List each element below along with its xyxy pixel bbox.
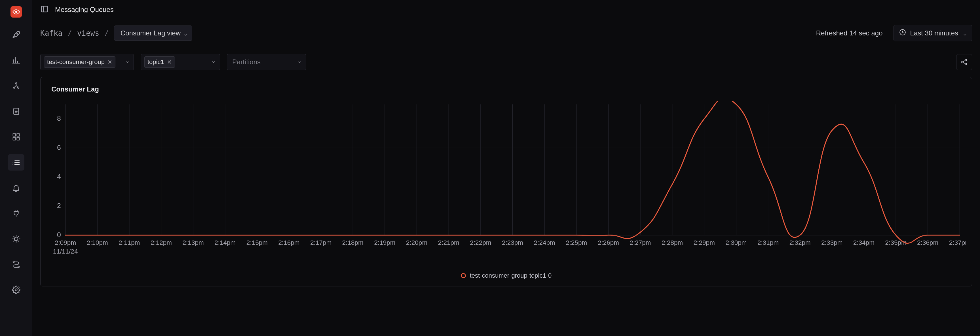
sidebar-item-metrics[interactable]: [8, 52, 24, 68]
remove-tag-icon[interactable]: ✕: [167, 59, 172, 65]
consumer-group-filter[interactable]: test-consumer-group ✕: [40, 54, 134, 70]
product-logo[interactable]: [11, 6, 22, 17]
svg-text:2:10pm: 2:10pm: [87, 239, 108, 246]
chevron-down-icon: [298, 60, 302, 64]
route-icon: [12, 260, 21, 269]
sidebar-item-integrations[interactable]: [8, 205, 24, 222]
refresh-status: Refreshed 14 sec ago: [816, 29, 883, 37]
svg-text:2:13pm: 2:13pm: [183, 239, 204, 246]
svg-text:2:22pm: 2:22pm: [470, 239, 491, 246]
svg-rect-14: [41, 6, 48, 12]
sidebar-item-exceptions[interactable]: [8, 231, 24, 247]
sidebar-item-messaging-queues[interactable]: [8, 154, 24, 171]
svg-point-1: [16, 33, 18, 34]
list-icon: [12, 158, 21, 166]
svg-text:2:23pm: 2:23pm: [502, 239, 523, 246]
svg-text:2:25pm: 2:25pm: [566, 239, 587, 246]
remove-tag-icon[interactable]: ✕: [107, 59, 112, 65]
panel-left-icon: [40, 5, 49, 13]
sidebar-item-get-started[interactable]: [8, 27, 24, 43]
bug-icon: [12, 235, 21, 243]
svg-point-16: [965, 59, 967, 61]
svg-text:2:33pm: 2:33pm: [821, 239, 842, 246]
sidebar-item-service-map[interactable]: [8, 256, 24, 273]
svg-point-10: [14, 237, 18, 241]
legend-label: test-consumer-group-topic1-0: [470, 272, 552, 279]
subheader: Kafka / views / Consumer Lag view Refres…: [32, 19, 980, 47]
scroll-icon: [12, 107, 21, 116]
view-selector-label: Consumer Lag view: [121, 29, 181, 37]
breadcrumb: Kafka / views /: [40, 29, 109, 37]
breadcrumb-sep: /: [104, 29, 109, 37]
svg-text:2:14pm: 2:14pm: [215, 239, 235, 246]
bell-icon: [12, 184, 21, 192]
filter-tag-label: test-consumer-group: [47, 59, 105, 66]
partition-placeholder: Partitions: [231, 58, 261, 66]
sidebar-item-traces[interactable]: [8, 78, 24, 94]
svg-text:11/11/24: 11/11/24: [53, 248, 78, 255]
page-title: Messaging Queues: [55, 6, 114, 14]
svg-point-13: [15, 289, 17, 291]
chevron-down-icon: [963, 31, 967, 35]
svg-text:2: 2: [57, 202, 61, 209]
topic-filter[interactable]: topic1 ✕: [141, 54, 220, 70]
view-selector[interactable]: Consumer Lag view: [114, 25, 192, 41]
svg-text:2:20pm: 2:20pm: [406, 239, 427, 246]
chart-legend: test-consumer-group-topic1-0: [46, 272, 966, 279]
rocket-icon: [12, 30, 21, 39]
plug-icon: [12, 209, 21, 217]
sidebar-item-settings[interactable]: [8, 282, 24, 298]
svg-point-17: [962, 61, 963, 63]
timerange-selector[interactable]: Last 30 minutes: [894, 25, 972, 41]
svg-rect-7: [17, 134, 19, 136]
svg-text:8: 8: [57, 114, 61, 122]
chart-panel: Consumer Lag 024682:09pm2:10pm2:11pm2:12…: [40, 77, 972, 287]
svg-text:2:16pm: 2:16pm: [278, 239, 300, 246]
menu-toggle[interactable]: [40, 5, 49, 14]
chart-area: 024682:09pm2:10pm2:11pm2:12pm2:13pm2:14p…: [46, 101, 966, 261]
svg-text:4: 4: [57, 173, 61, 181]
svg-text:2:15pm: 2:15pm: [247, 239, 268, 246]
chevron-down-icon: [125, 60, 130, 64]
breadcrumb-sep: /: [67, 29, 72, 37]
clock-icon: [899, 29, 906, 38]
sidebar-item-dashboards[interactable]: [8, 128, 24, 145]
svg-point-3: [13, 87, 15, 89]
timerange-label: Last 30 minutes: [910, 29, 958, 37]
svg-text:0: 0: [57, 231, 61, 239]
svg-text:2:34pm: 2:34pm: [853, 239, 875, 246]
breadcrumb-part[interactable]: views: [77, 29, 99, 37]
filter-tag: topic1 ✕: [144, 56, 175, 68]
svg-text:2:24pm: 2:24pm: [534, 239, 555, 246]
breadcrumb-part[interactable]: Kafka: [40, 29, 62, 37]
bar-chart-icon: [12, 56, 21, 65]
share-button[interactable]: [956, 54, 972, 70]
grid-icon: [12, 133, 21, 141]
svg-point-0: [15, 11, 17, 13]
partition-filter[interactable]: Partitions: [227, 54, 306, 70]
chart-title: Consumer Lag: [51, 85, 966, 93]
svg-text:2:21pm: 2:21pm: [438, 239, 460, 246]
svg-text:2:28pm: 2:28pm: [662, 239, 683, 246]
svg-text:2:19pm: 2:19pm: [374, 239, 395, 246]
eye-icon: [13, 8, 20, 16]
svg-text:2:27pm: 2:27pm: [630, 239, 651, 246]
filter-tag-label: topic1: [148, 59, 164, 66]
line-chart: 024682:09pm2:10pm2:11pm2:12pm2:13pm2:14p…: [46, 101, 966, 261]
svg-text:2:12pm: 2:12pm: [151, 239, 172, 246]
sidebar-item-alerts[interactable]: [8, 180, 24, 196]
chevron-down-icon: [183, 31, 188, 35]
sidebar: [0, 0, 32, 336]
svg-text:2:37pm: 2:37pm: [949, 239, 966, 246]
svg-text:6: 6: [57, 144, 61, 151]
svg-text:2:11pm: 2:11pm: [119, 239, 140, 246]
svg-text:2:35pm: 2:35pm: [885, 239, 907, 246]
svg-text:2:09pm: 2:09pm: [55, 239, 76, 246]
filter-tag: test-consumer-group ✕: [44, 56, 115, 68]
svg-text:2:29pm: 2:29pm: [694, 239, 715, 246]
svg-text:2:17pm: 2:17pm: [310, 239, 331, 246]
svg-text:2:31pm: 2:31pm: [757, 239, 779, 246]
topbar: Messaging Queues: [32, 0, 980, 19]
sidebar-item-logs[interactable]: [8, 103, 24, 120]
share-icon: [961, 59, 967, 65]
